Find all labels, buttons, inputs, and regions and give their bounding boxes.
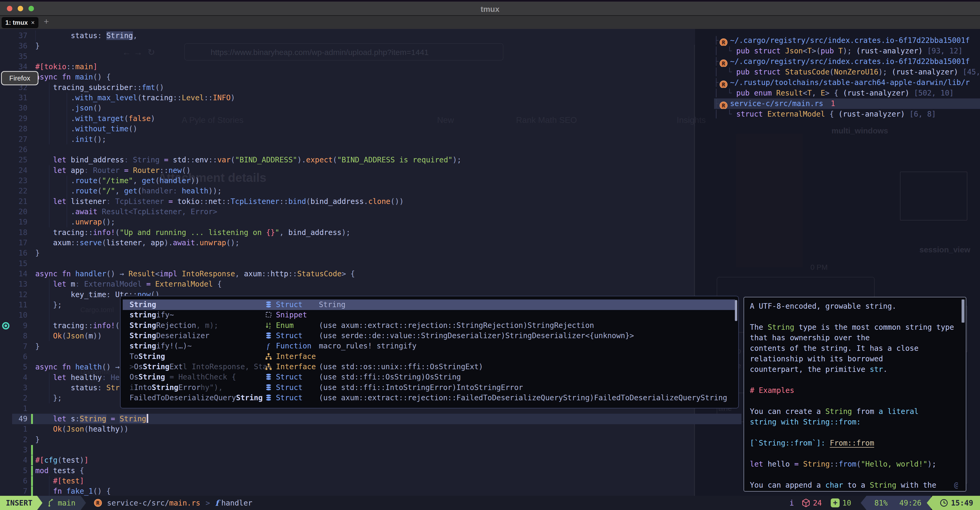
docs-line bbox=[750, 375, 958, 385]
completion-item[interactable]: FailedToDeserializeQueryStringStruct(use… bbox=[123, 392, 735, 403]
rust-icon: R bbox=[720, 59, 727, 67]
line-number: 20 bbox=[0, 207, 27, 217]
completion-kind: Struct bbox=[276, 372, 302, 382]
git-change-bar bbox=[31, 455, 33, 465]
line-number: 2 bbox=[0, 393, 27, 404]
plus-count: 10 bbox=[842, 499, 851, 507]
docs-line bbox=[750, 396, 958, 406]
line-number: 6 bbox=[0, 476, 27, 486]
docs-line: The String type is the most common strin… bbox=[750, 322, 958, 333]
line-number: 34 bbox=[0, 62, 27, 72]
docs-line: let hello = String::from("Hello, world!"… bbox=[750, 459, 958, 469]
code-line: 15 bbox=[0, 258, 980, 269]
completion-scrollbar[interactable] bbox=[735, 300, 737, 321]
mode-indicator: INSERT bbox=[0, 496, 42, 510]
clock-time: 15:49 bbox=[951, 499, 973, 507]
terminal-tabbar: 1: tmux × + bbox=[0, 15, 980, 29]
line-number: 8 bbox=[0, 331, 27, 341]
breadcrumb-symbol: handler bbox=[221, 499, 252, 507]
line-number: 15 bbox=[0, 258, 27, 269]
code-line: 25 let bind_address: String = std::env::… bbox=[0, 155, 980, 165]
symbol-file-row[interactable]: ├Rservice-c/src/main.rs1 bbox=[714, 99, 980, 109]
line-number: 6 bbox=[0, 351, 27, 362]
line-number: 4 bbox=[0, 455, 27, 466]
symbol-file-row[interactable]: ├R~/.rustup/toolchains/stable-aarch64-ap… bbox=[714, 77, 980, 88]
line-number: 22 bbox=[0, 186, 27, 196]
completion-item[interactable]: stringify~Snippet bbox=[123, 310, 735, 320]
docs-line bbox=[750, 448, 958, 459]
code-line: 14async fn handler() → Result<impl IntoR… bbox=[0, 269, 980, 279]
line-number: 1 bbox=[0, 404, 27, 414]
git-change-bar bbox=[31, 466, 33, 476]
tab-tmux[interactable]: 1: tmux × bbox=[2, 17, 38, 28]
line-number: 25 bbox=[0, 155, 27, 165]
completion-item[interactable]: >OsStringExtl IntoResponse, StatInterfac… bbox=[123, 362, 735, 372]
breadcrumb-file[interactable]: main.rs bbox=[169, 499, 200, 507]
svg-text:A: A bbox=[269, 322, 270, 326]
line-number: 5 bbox=[0, 362, 27, 372]
completion-kind: Snippet bbox=[276, 310, 307, 320]
completion-kind: Struct bbox=[276, 299, 302, 310]
code-line: 23 .route("/time", get(handler)) bbox=[0, 176, 980, 186]
new-tab-button[interactable]: + bbox=[44, 16, 49, 27]
clock-segment: 15:49 bbox=[927, 496, 980, 510]
completion-item[interactable]: StringStructString bbox=[123, 299, 735, 310]
symbol-row[interactable]: │ └ pub struct Json<T>(pub T); (rust-ana… bbox=[714, 46, 980, 56]
info-badge: i bbox=[790, 499, 794, 507]
docs-line bbox=[750, 311, 958, 322]
code-line: 24 let app: Router = Router::new() bbox=[0, 165, 980, 176]
rust-icon: R bbox=[720, 102, 727, 109]
symbol-row[interactable]: │ └ pub enum Result<T, E> { (rust-analyz… bbox=[714, 88, 980, 99]
docs-line: relationship with its borrowed bbox=[750, 354, 958, 364]
editor-area[interactable]: https://www.binaryheap.com/wp-admin/uplo… bbox=[0, 29, 980, 496]
completion-item[interactable]: iIntoStringErrorhy"),Struct(use std::ffi… bbox=[123, 382, 735, 393]
code-line: 27 .init(); bbox=[0, 134, 980, 145]
line-number: 3 bbox=[0, 383, 27, 393]
tooltip-label: Firefox bbox=[9, 74, 30, 83]
symbol-picker-panel: ├R~/.cargo/registry/src/index.crates.io-… bbox=[714, 35, 980, 119]
completion-kind: Enum bbox=[276, 320, 294, 331]
completion-detail: (use serde::de::value::StringDeserialize… bbox=[319, 330, 634, 341]
completion-detail: (use std::ffi::OsString)OsString bbox=[319, 372, 461, 382]
code-line: 20 .await Result<TcpListener, Error> bbox=[0, 207, 980, 217]
docs-line: You can create a String from a literal bbox=[750, 406, 958, 417]
completion-detail: (use axum::extract::rejection::StringRej… bbox=[319, 320, 594, 331]
line-number: 2 bbox=[0, 434, 27, 445]
completion-item[interactable]: StringRejection, m);AZEnum(use axum::ext… bbox=[123, 320, 735, 331]
symbol-file-row[interactable]: ├R~/.cargo/registry/src/index.crates.io-… bbox=[714, 56, 980, 67]
text-cursor bbox=[147, 414, 148, 423]
window-titlebar: tmux bbox=[0, 0, 980, 15]
symbol-row[interactable]: │ └ struct ExternalModel { (rust-analyze… bbox=[714, 109, 980, 119]
breadcrumb-dir: service-c/src/ bbox=[107, 499, 169, 507]
scroll-position-segment: 81% 49:26 bbox=[861, 496, 931, 510]
docs-line bbox=[750, 427, 958, 438]
scroll-percent: 81% bbox=[874, 499, 888, 507]
git-branch-icon bbox=[47, 499, 54, 507]
struct-icon bbox=[265, 373, 273, 381]
completion-kind: Struct bbox=[276, 392, 302, 403]
symbol-row[interactable]: │ └ pub struct StatusCode(NonZeroU16); (… bbox=[714, 67, 980, 77]
line-number: 3 bbox=[0, 445, 27, 455]
struct-icon bbox=[265, 384, 273, 392]
docs-line: You can append a char to a String with t… bbox=[750, 480, 958, 491]
line-number: 30 bbox=[0, 103, 27, 113]
completion-item[interactable]: stringify!(…)~fFunctionmacro_rules! stri… bbox=[123, 341, 735, 351]
completion-item[interactable]: ToStringInterface bbox=[123, 351, 735, 362]
git-branch-segment[interactable]: main bbox=[38, 496, 86, 510]
line-number: 17 bbox=[0, 238, 27, 248]
symbol-file-row[interactable]: ├R~/.cargo/registry/src/index.crates.io-… bbox=[714, 35, 980, 46]
code-line: 21 let listener: TcpListener = tokio::ne… bbox=[0, 196, 980, 207]
docs-scrollbar[interactable] bbox=[962, 299, 964, 323]
git-change-bar bbox=[31, 445, 33, 455]
code-line: 28 .without_time() bbox=[0, 124, 980, 134]
tab-close-icon[interactable]: × bbox=[31, 19, 35, 26]
breadcrumb: R service-c/src/main.rs > f handler bbox=[93, 499, 253, 508]
breakpoint-icon[interactable] bbox=[2, 322, 10, 329]
line-number: 49 bbox=[0, 414, 27, 424]
completion-detail: String bbox=[319, 299, 345, 310]
completion-detail: macro_rules! stringify bbox=[319, 341, 417, 351]
completion-item[interactable]: OsString = HealthCheck {Struct(use std::… bbox=[123, 372, 735, 382]
struct-icon bbox=[265, 394, 273, 402]
completion-item[interactable]: StringDeserializerStruct(use serde::de::… bbox=[123, 330, 735, 341]
git-change-bar bbox=[31, 414, 33, 424]
